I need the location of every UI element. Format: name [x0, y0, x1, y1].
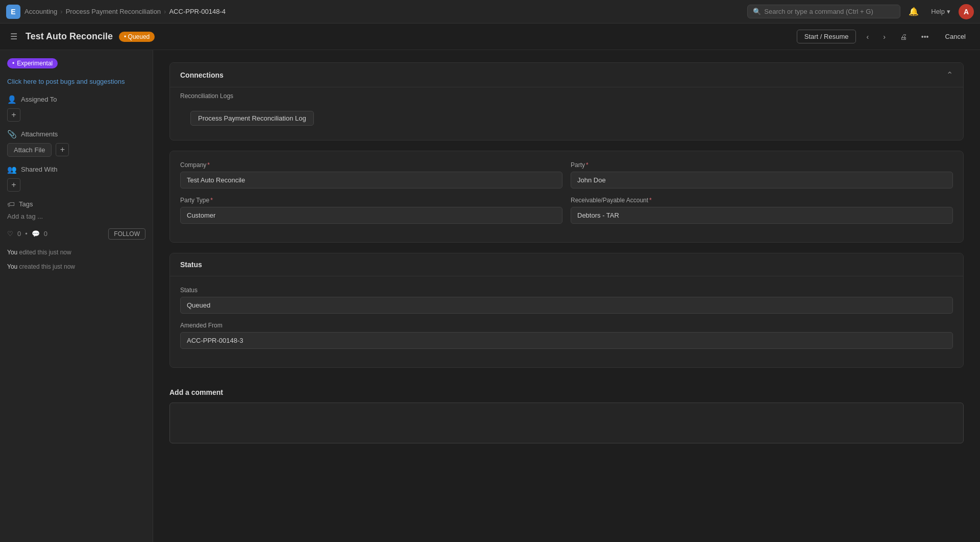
breadcrumb-accounting[interactable]: Accounting: [24, 8, 57, 15]
attachments-section: 📎 Attachments Attach File +: [7, 130, 145, 157]
tag-icon: 🏷: [7, 200, 15, 208]
sidebar: Experimental Click here to post bugs and…: [0, 50, 153, 542]
activity-action-2: created this: [19, 263, 53, 270]
add-shared-with-button[interactable]: +: [7, 178, 20, 192]
search-bar[interactable]: 🔍 Search or type a command (Ctrl + G): [747, 5, 900, 18]
bugs-link-text[interactable]: Click here to post bugs and suggestions: [7, 78, 125, 85]
start-resume-button[interactable]: Start / Resume: [797, 30, 856, 43]
add-assigned-to-button[interactable]: +: [7, 108, 20, 122]
comment-box[interactable]: [169, 403, 964, 443]
company-required: *: [207, 161, 210, 169]
activity-time-1: just now: [49, 249, 71, 256]
notifications-button[interactable]: 🔔: [904, 5, 923, 18]
amended-from-input[interactable]: [180, 332, 953, 349]
attachments-header: 📎 Attachments: [7, 130, 145, 139]
assigned-to-label: Assigned To: [21, 96, 57, 103]
form-body: Company* Party* Party: [170, 151, 963, 242]
attach-file-label: Attach File: [14, 146, 45, 154]
status-input[interactable]: [180, 297, 953, 314]
party-required: *: [586, 161, 589, 169]
experimental-label: Experimental: [7, 58, 58, 68]
amended-from-field-group: Amended From: [180, 322, 953, 349]
party-type-input[interactable]: [180, 207, 562, 224]
print-button[interactable]: 🖨: [896, 30, 911, 44]
search-placeholder-text: Search or type a command (Ctrl + G): [764, 8, 873, 15]
dot-separator: •: [25, 230, 28, 238]
add-tag-input[interactable]: Add a tag ...: [7, 213, 145, 220]
attachments-label: Attachments: [21, 130, 58, 138]
receivable-label: Receivable/Payable Account*: [571, 197, 953, 204]
comment-icon: 💬: [32, 230, 40, 238]
add-attachment-button[interactable]: +: [56, 143, 69, 156]
connections-toggle-button[interactable]: ⌃: [946, 70, 953, 80]
main-form-section: Company* Party* Party: [169, 151, 964, 243]
tags-label: Tags: [19, 200, 33, 208]
app-logo[interactable]: E: [6, 5, 20, 19]
assigned-to-section: 👤 Assigned To +: [7, 95, 145, 122]
status-section-header: Status: [170, 253, 963, 276]
reactions-bar: ♡ 0 • 💬 0 FOLLOW: [7, 228, 145, 240]
breadcrumb-current: ACC-PPR-00148-4: [169, 8, 226, 15]
status-label: Status: [180, 287, 953, 294]
tags-section: 🏷 Tags Add a tag ...: [7, 200, 145, 220]
tags-header: 🏷 Tags: [7, 200, 145, 208]
next-button[interactable]: ›: [879, 30, 890, 44]
likes-count: 0: [17, 230, 21, 238]
party-label: Party*: [571, 161, 953, 169]
page-title: Test Auto Reconcile: [26, 31, 113, 42]
reconciliation-log-item[interactable]: Process Payment Reconciliation Log: [190, 111, 314, 126]
activity-actor-1: You: [7, 249, 17, 256]
amended-from-row: Amended From: [180, 322, 953, 349]
receivable-input[interactable]: [571, 207, 953, 224]
breadcrumb-sep-2: ›: [164, 8, 166, 15]
breadcrumb-process-payment[interactable]: Process Payment Reconciliation: [66, 8, 161, 15]
follow-button[interactable]: FOLLOW: [108, 228, 145, 240]
avatar[interactable]: A: [959, 4, 974, 19]
top-navigation: E Accounting › Process Payment Reconcili…: [0, 0, 980, 23]
more-options-button[interactable]: •••: [917, 30, 933, 44]
person-icon: 👤: [7, 95, 17, 104]
activity-item: You edited this just now: [7, 248, 145, 257]
receivable-required: *: [649, 197, 652, 204]
shared-with-header: 👥 Shared With: [7, 165, 145, 174]
status-section-title: Status: [180, 261, 202, 269]
company-field-group: Company*: [180, 161, 562, 188]
breadcrumb-sep-1: ›: [60, 8, 62, 15]
receivable-field-group: Receivable/Payable Account*: [571, 197, 953, 224]
connections-section: Connections ⌃ Reconciliation Logs Proces…: [169, 62, 964, 140]
comment-title: Add a comment: [169, 388, 964, 396]
company-input[interactable]: [180, 172, 562, 188]
status-row: Status: [180, 287, 953, 314]
prev-button[interactable]: ‹: [862, 30, 873, 44]
status-text: Queued: [128, 33, 150, 40]
content-area: Connections ⌃ Reconciliation Logs Proces…: [153, 50, 980, 542]
party-type-field-group: Party Type*: [180, 197, 562, 224]
attach-file-button[interactable]: Attach File: [7, 143, 52, 157]
activity-log: You edited this just now You created thi…: [7, 248, 145, 271]
experimental-badge: Experimental: [7, 58, 145, 68]
main-layout: Experimental Click here to post bugs and…: [0, 50, 980, 542]
sub-header: ☰ Test Auto Reconcile • Queued Start / R…: [0, 23, 980, 50]
company-label: Company*: [180, 161, 562, 169]
shared-with-label: Shared With: [21, 166, 58, 173]
paperclip-icon: 📎: [7, 130, 17, 139]
help-button[interactable]: Help ▾: [927, 6, 954, 17]
like-icon: ♡: [7, 230, 13, 238]
activity-item: You created this just now: [7, 262, 145, 271]
group-icon: 👥: [7, 165, 17, 174]
help-label: Help: [931, 8, 945, 15]
party-input[interactable]: [571, 172, 953, 188]
party-type-required: *: [210, 197, 213, 204]
breadcrumb: Accounting › Process Payment Reconciliat…: [24, 8, 226, 15]
cancel-button[interactable]: Cancel: [939, 30, 972, 43]
comments-count: 0: [44, 230, 47, 238]
connections-section-header: Connections ⌃: [170, 63, 963, 87]
connections-title: Connections: [180, 71, 224, 79]
activity-action-1: edited this: [19, 249, 49, 256]
hamburger-button[interactable]: ☰: [8, 30, 19, 43]
status-section: Status Status Amended From: [169, 253, 964, 368]
bugs-link[interactable]: Click here to post bugs and suggestions: [7, 77, 145, 87]
party-type-label: Party Type*: [180, 197, 562, 204]
amended-from-label: Amended From: [180, 322, 953, 329]
party-type-receivable-row: Party Type* Receivable/Payable Account*: [180, 197, 953, 224]
